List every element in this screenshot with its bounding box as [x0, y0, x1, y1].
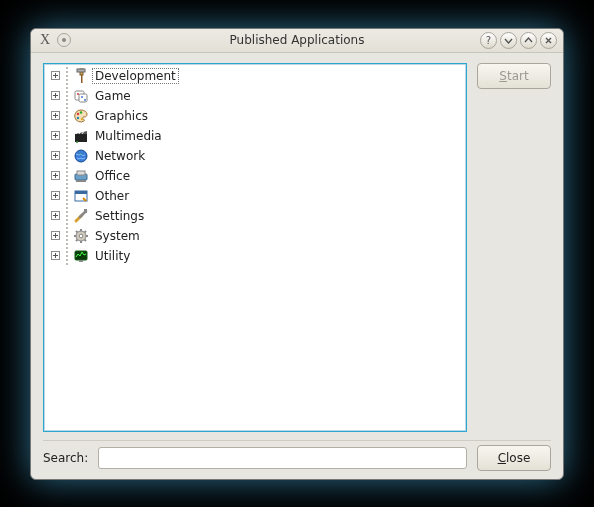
tree-item-other[interactable]: Other	[44, 186, 466, 206]
palette-icon	[72, 107, 90, 125]
tree-item-office[interactable]: Office	[44, 166, 466, 186]
minimize-button[interactable]	[500, 32, 517, 49]
svg-rect-1	[77, 69, 85, 72]
expander-icon[interactable]	[51, 171, 60, 180]
svg-point-15	[75, 150, 87, 162]
category-tree[interactable]: DevelopmentGameGraphicsMultimediaNetwork…	[43, 63, 467, 432]
help-button[interactable]: ?	[480, 32, 497, 49]
hammer-icon	[72, 67, 90, 85]
gear-icon	[72, 227, 90, 245]
sticky-toggle-icon[interactable]	[57, 33, 71, 47]
typewriter-icon	[72, 167, 90, 185]
svg-rect-18	[76, 180, 86, 182]
svg-rect-17	[77, 171, 85, 175]
expander-icon[interactable]	[51, 251, 60, 260]
tree-item-label: Game	[92, 88, 134, 104]
expander-icon[interactable]	[51, 71, 60, 80]
app-icon: X	[37, 32, 53, 48]
maximize-button[interactable]	[520, 32, 537, 49]
start-button-mnemonic: S	[499, 69, 507, 83]
svg-rect-6	[79, 94, 87, 102]
expander-icon[interactable]	[51, 91, 60, 100]
svg-point-23	[79, 234, 83, 238]
search-input[interactable]	[98, 447, 467, 469]
tree-guide	[64, 186, 70, 206]
tree-item-label: Other	[92, 188, 132, 204]
svg-point-11	[80, 111, 82, 113]
expander-icon[interactable]	[51, 231, 60, 240]
tree-item-network[interactable]: Network	[44, 146, 466, 166]
tree-guide	[64, 226, 70, 246]
clapper-icon	[72, 127, 90, 145]
tools-icon	[72, 207, 90, 225]
globe-icon	[72, 147, 90, 165]
svg-point-8	[84, 99, 86, 101]
close-window-button[interactable]	[540, 32, 557, 49]
tree-item-label: Office	[92, 168, 133, 184]
expander-icon[interactable]	[51, 111, 60, 120]
svg-point-7	[81, 96, 83, 98]
title-bar: X Published Applications ?	[31, 29, 563, 53]
tree-item-label: Development	[92, 68, 179, 84]
tree-guide	[64, 166, 70, 186]
tree-item-utility[interactable]: Utility	[44, 246, 466, 266]
expander-icon[interactable]	[51, 211, 60, 220]
monitor-icon	[72, 247, 90, 265]
tree-guide	[64, 66, 70, 86]
close-button[interactable]: Close	[477, 445, 551, 471]
close-button-mnemonic: C	[498, 451, 506, 465]
tree-guide	[64, 246, 70, 266]
tree-guide	[64, 206, 70, 226]
svg-point-10	[77, 116, 79, 118]
tree-item-label: Graphics	[92, 108, 151, 124]
start-button: Start	[477, 63, 551, 89]
tree-item-label: Network	[92, 148, 148, 164]
tree-guide	[64, 86, 70, 106]
tree-item-label: Settings	[92, 208, 147, 224]
dice-icon	[72, 87, 90, 105]
tree-item-game[interactable]: Game	[44, 86, 466, 106]
tree-item-label: System	[92, 228, 143, 244]
tree-item-label: Multimedia	[92, 128, 165, 144]
svg-rect-13	[75, 134, 87, 142]
svg-rect-20	[75, 191, 87, 194]
tree-item-system[interactable]: System	[44, 226, 466, 246]
svg-rect-2	[81, 75, 83, 83]
tree-item-graphics[interactable]: Graphics	[44, 106, 466, 126]
search-label: Search:	[43, 451, 88, 465]
window-icon	[72, 187, 90, 205]
tree-guide	[64, 126, 70, 146]
window: X Published Applications ? DevelopmentGa…	[30, 28, 564, 480]
expander-icon[interactable]	[51, 131, 60, 140]
tree-item-development[interactable]: Development	[44, 66, 466, 86]
svg-rect-25	[79, 260, 83, 262]
tree-guide	[64, 146, 70, 166]
tree-item-multimedia[interactable]: Multimedia	[44, 126, 466, 146]
tree-guide	[64, 106, 70, 126]
svg-point-12	[81, 117, 83, 119]
svg-point-9	[77, 112, 79, 114]
expander-icon[interactable]	[51, 151, 60, 160]
tree-item-settings[interactable]: Settings	[44, 206, 466, 226]
svg-point-14	[76, 141, 78, 143]
expander-icon[interactable]	[51, 191, 60, 200]
tree-item-label: Utility	[92, 248, 133, 264]
svg-rect-21	[84, 209, 87, 213]
